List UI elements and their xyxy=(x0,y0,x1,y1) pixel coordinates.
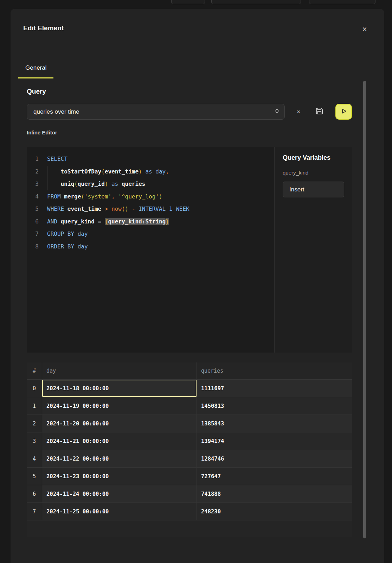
code-line-content: WHERE event_time > now() - INTERVAL 1 WE… xyxy=(39,203,189,215)
row-index[interactable]: 5 xyxy=(27,468,42,485)
code-line-content: ORDER BY day xyxy=(39,240,88,253)
results-table-header: # day queries xyxy=(27,362,352,380)
table-row: 02024-11-18 00:00:001111697 xyxy=(27,380,352,397)
line-number: 2 xyxy=(27,165,39,178)
row-index[interactable]: 4 xyxy=(27,450,42,467)
cell-queries[interactable]: 741888 xyxy=(197,485,352,502)
cell-queries[interactable]: 1284746 xyxy=(197,450,352,467)
code-line[interactable]: 2 toStartOfDay(event_time) as day, xyxy=(27,165,274,178)
cell-day[interactable]: 2024-11-21 00:00:00 xyxy=(42,432,197,450)
code-line-content: GROUP BY day xyxy=(39,228,88,240)
code-line[interactable]: 8ORDER BY day xyxy=(27,240,274,253)
row-index[interactable]: 3 xyxy=(27,432,42,450)
cell-queries[interactable]: 727647 xyxy=(197,468,352,485)
column-header-index[interactable]: # xyxy=(27,362,42,379)
query-select-value: queries over time xyxy=(33,108,275,115)
line-number: 1 xyxy=(27,153,39,165)
inline-editor-label: Inline Editor xyxy=(27,129,57,135)
cell-queries[interactable]: 1385843 xyxy=(197,415,352,432)
row-index[interactable]: 7 xyxy=(27,503,42,520)
code-line-content: toStartOfDay(event_time) as day, xyxy=(39,165,169,178)
table-row: 22024-11-20 00:00:001385843 xyxy=(27,415,352,432)
line-number: 4 xyxy=(27,190,39,203)
results-table-body: 02024-11-18 00:00:00111169712024-11-19 0… xyxy=(27,380,352,520)
clear-query-icon[interactable]: × xyxy=(292,104,305,120)
row-index[interactable]: 6 xyxy=(27,485,42,502)
code-line-content: uniq(query_id) as queries xyxy=(39,178,145,190)
modal-scrollbar[interactable] xyxy=(363,81,366,538)
cell-queries[interactable]: 1111697 xyxy=(197,380,352,397)
table-row: 32024-11-21 00:00:001394174 xyxy=(27,432,352,450)
indent-guide xyxy=(47,166,47,190)
code-line[interactable]: 1SELECT xyxy=(27,153,274,165)
cell-day[interactable]: 2024-11-19 00:00:00 xyxy=(42,397,197,415)
code-line[interactable]: 3 uniq(query_id) as queries xyxy=(27,178,274,190)
play-icon xyxy=(341,108,347,116)
code-line-content: FROM merge('system', '^query_log') xyxy=(39,190,162,203)
row-index[interactable]: 1 xyxy=(27,397,42,415)
cell-queries[interactable]: 1450813 xyxy=(197,397,352,415)
table-row: 72024-11-25 00:00:00248230 xyxy=(27,503,352,520)
row-index[interactable]: 0 xyxy=(27,380,42,397)
line-number: 8 xyxy=(27,240,39,253)
line-number: 3 xyxy=(27,178,39,190)
save-icon xyxy=(315,107,323,116)
query-section-heading: Query xyxy=(27,88,46,95)
cell-queries[interactable]: 1394174 xyxy=(197,432,352,450)
results-table: # day queries 02024-11-18 00:00:00111169… xyxy=(27,362,352,537)
close-icon[interactable]: × xyxy=(358,23,371,36)
code-editor[interactable]: 1SELECT2 toStartOfDay(event_time) as day… xyxy=(27,147,274,353)
row-index[interactable]: 2 xyxy=(27,415,42,432)
screen: Edit Element × General Query queries ove… xyxy=(0,0,392,563)
line-number: 6 xyxy=(27,215,39,228)
run-query-button[interactable] xyxy=(335,104,352,120)
code-editor-lines: 1SELECT2 toStartOfDay(event_time) as day… xyxy=(27,153,274,253)
line-number: 7 xyxy=(27,228,39,240)
unfold-chevron-icon xyxy=(275,108,279,116)
column-header-day[interactable]: day xyxy=(42,362,197,379)
query-variables-panel: Query Variables query_kind Insert xyxy=(274,147,352,353)
background-toolbar-fragment xyxy=(211,0,301,4)
code-line[interactable]: 4FROM merge('system', '^query_log') xyxy=(27,190,274,203)
insert-variable-button[interactable]: Insert xyxy=(283,182,344,197)
tab-general[interactable]: General xyxy=(18,62,53,78)
query-select[interactable]: queries over time xyxy=(27,104,285,120)
code-line[interactable]: 7GROUP BY day xyxy=(27,228,274,240)
table-row: 52024-11-23 00:00:00727647 xyxy=(27,468,352,485)
edit-element-modal: Edit Element × General Query queries ove… xyxy=(11,9,384,563)
cell-queries[interactable]: 248230 xyxy=(197,503,352,520)
column-header-queries[interactable]: queries xyxy=(197,362,352,379)
modal-title: Edit Element xyxy=(23,24,64,32)
background-toolbar-fragment xyxy=(309,0,375,4)
code-line-content: SELECT xyxy=(39,153,68,165)
save-query-button[interactable] xyxy=(312,105,326,119)
cell-day[interactable]: 2024-11-24 00:00:00 xyxy=(42,485,197,502)
background-toolbar-fragment xyxy=(171,0,205,4)
results-table-footer xyxy=(27,520,352,537)
code-line-content: AND query_kind = {query_kind:String} xyxy=(39,215,169,228)
query-variables-heading: Query Variables xyxy=(283,154,330,162)
sql-editor: 1SELECT2 toStartOfDay(event_time) as day… xyxy=(27,147,352,353)
table-row: 12024-11-19 00:00:001450813 xyxy=(27,397,352,415)
table-row: 42024-11-22 00:00:001284746 xyxy=(27,450,352,468)
cell-day[interactable]: 2024-11-25 00:00:00 xyxy=(42,503,197,520)
code-line[interactable]: 5WHERE event_time > now() - INTERVAL 1 W… xyxy=(27,203,274,215)
variable-name-label: query_kind xyxy=(283,170,308,176)
cell-day[interactable]: 2024-11-20 00:00:00 xyxy=(42,415,197,432)
table-row: 62024-11-24 00:00:00741888 xyxy=(27,485,352,503)
line-number: 5 xyxy=(27,203,39,215)
code-line[interactable]: 6AND query_kind = {query_kind:String} xyxy=(27,215,274,228)
cell-day[interactable]: 2024-11-22 00:00:00 xyxy=(42,450,197,467)
cell-day[interactable]: 2024-11-23 00:00:00 xyxy=(42,468,197,485)
cell-day[interactable]: 2024-11-18 00:00:00 xyxy=(42,380,197,397)
